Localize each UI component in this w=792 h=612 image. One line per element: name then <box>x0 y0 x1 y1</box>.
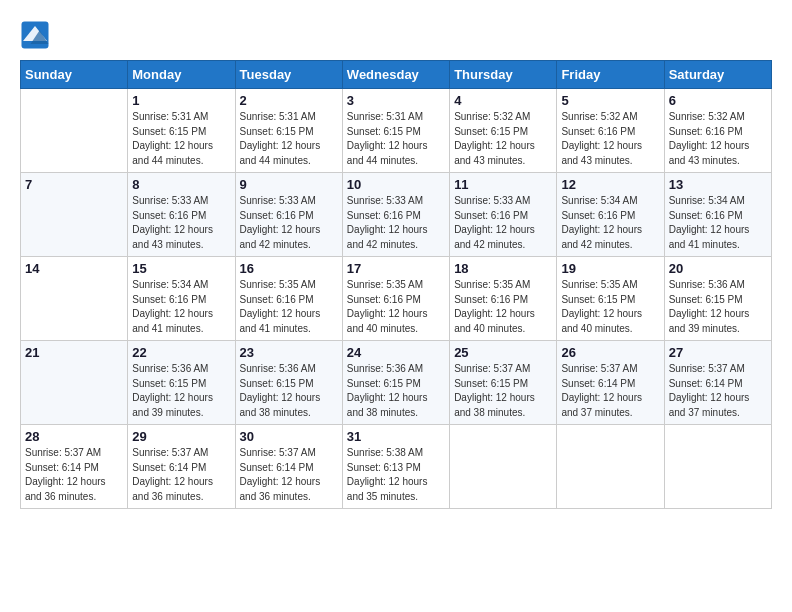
header-saturday: Saturday <box>664 61 771 89</box>
day-info: Sunrise: 5:37 AM Sunset: 6:14 PM Dayligh… <box>240 446 338 504</box>
day-cell: 7 <box>21 173 128 257</box>
day-cell: 26Sunrise: 5:37 AM Sunset: 6:14 PM Dayli… <box>557 341 664 425</box>
day-number: 7 <box>25 177 123 192</box>
day-info: Sunrise: 5:37 AM Sunset: 6:14 PM Dayligh… <box>25 446 123 504</box>
week-row-5: 28Sunrise: 5:37 AM Sunset: 6:14 PM Dayli… <box>21 425 772 509</box>
logo-icon <box>20 20 50 50</box>
day-cell: 4Sunrise: 5:32 AM Sunset: 6:15 PM Daylig… <box>450 89 557 173</box>
day-number: 31 <box>347 429 445 444</box>
header-wednesday: Wednesday <box>342 61 449 89</box>
day-info: Sunrise: 5:36 AM Sunset: 6:15 PM Dayligh… <box>240 362 338 420</box>
day-info: Sunrise: 5:33 AM Sunset: 6:16 PM Dayligh… <box>347 194 445 252</box>
day-info: Sunrise: 5:37 AM Sunset: 6:14 PM Dayligh… <box>561 362 659 420</box>
day-info: Sunrise: 5:36 AM Sunset: 6:15 PM Dayligh… <box>132 362 230 420</box>
day-info: Sunrise: 5:35 AM Sunset: 6:16 PM Dayligh… <box>454 278 552 336</box>
day-cell: 17Sunrise: 5:35 AM Sunset: 6:16 PM Dayli… <box>342 257 449 341</box>
day-info: Sunrise: 5:31 AM Sunset: 6:15 PM Dayligh… <box>240 110 338 168</box>
day-number: 28 <box>25 429 123 444</box>
week-row-3: 1415Sunrise: 5:34 AM Sunset: 6:16 PM Day… <box>21 257 772 341</box>
day-info: Sunrise: 5:32 AM Sunset: 6:16 PM Dayligh… <box>561 110 659 168</box>
day-cell: 2Sunrise: 5:31 AM Sunset: 6:15 PM Daylig… <box>235 89 342 173</box>
day-cell: 27Sunrise: 5:37 AM Sunset: 6:14 PM Dayli… <box>664 341 771 425</box>
day-number: 16 <box>240 261 338 276</box>
day-number: 1 <box>132 93 230 108</box>
day-info: Sunrise: 5:37 AM Sunset: 6:14 PM Dayligh… <box>669 362 767 420</box>
day-info: Sunrise: 5:31 AM Sunset: 6:15 PM Dayligh… <box>347 110 445 168</box>
day-info: Sunrise: 5:32 AM Sunset: 6:16 PM Dayligh… <box>669 110 767 168</box>
day-info: Sunrise: 5:33 AM Sunset: 6:16 PM Dayligh… <box>132 194 230 252</box>
day-info: Sunrise: 5:37 AM Sunset: 6:14 PM Dayligh… <box>132 446 230 504</box>
day-cell: 6Sunrise: 5:32 AM Sunset: 6:16 PM Daylig… <box>664 89 771 173</box>
week-row-4: 2122Sunrise: 5:36 AM Sunset: 6:15 PM Day… <box>21 341 772 425</box>
day-info: Sunrise: 5:34 AM Sunset: 6:16 PM Dayligh… <box>669 194 767 252</box>
day-number: 29 <box>132 429 230 444</box>
day-number: 19 <box>561 261 659 276</box>
day-cell: 28Sunrise: 5:37 AM Sunset: 6:14 PM Dayli… <box>21 425 128 509</box>
calendar-header-row: SundayMondayTuesdayWednesdayThursdayFrid… <box>21 61 772 89</box>
day-number: 25 <box>454 345 552 360</box>
day-cell: 5Sunrise: 5:32 AM Sunset: 6:16 PM Daylig… <box>557 89 664 173</box>
day-cell: 31Sunrise: 5:38 AM Sunset: 6:13 PM Dayli… <box>342 425 449 509</box>
day-number: 12 <box>561 177 659 192</box>
day-cell: 25Sunrise: 5:37 AM Sunset: 6:15 PM Dayli… <box>450 341 557 425</box>
day-cell: 24Sunrise: 5:36 AM Sunset: 6:15 PM Dayli… <box>342 341 449 425</box>
day-number: 18 <box>454 261 552 276</box>
day-cell: 21 <box>21 341 128 425</box>
day-info: Sunrise: 5:33 AM Sunset: 6:16 PM Dayligh… <box>454 194 552 252</box>
day-number: 20 <box>669 261 767 276</box>
day-number: 17 <box>347 261 445 276</box>
day-number: 21 <box>25 345 123 360</box>
header-friday: Friday <box>557 61 664 89</box>
day-info: Sunrise: 5:31 AM Sunset: 6:15 PM Dayligh… <box>132 110 230 168</box>
day-info: Sunrise: 5:35 AM Sunset: 6:16 PM Dayligh… <box>347 278 445 336</box>
day-cell: 10Sunrise: 5:33 AM Sunset: 6:16 PM Dayli… <box>342 173 449 257</box>
day-number: 11 <box>454 177 552 192</box>
day-number: 22 <box>132 345 230 360</box>
header-sunday: Sunday <box>21 61 128 89</box>
day-cell: 11Sunrise: 5:33 AM Sunset: 6:16 PM Dayli… <box>450 173 557 257</box>
day-number: 5 <box>561 93 659 108</box>
page-header <box>20 20 772 50</box>
day-info: Sunrise: 5:34 AM Sunset: 6:16 PM Dayligh… <box>561 194 659 252</box>
day-cell: 1Sunrise: 5:31 AM Sunset: 6:15 PM Daylig… <box>128 89 235 173</box>
day-info: Sunrise: 5:35 AM Sunset: 6:16 PM Dayligh… <box>240 278 338 336</box>
day-number: 4 <box>454 93 552 108</box>
day-info: Sunrise: 5:38 AM Sunset: 6:13 PM Dayligh… <box>347 446 445 504</box>
day-cell: 8Sunrise: 5:33 AM Sunset: 6:16 PM Daylig… <box>128 173 235 257</box>
day-cell: 13Sunrise: 5:34 AM Sunset: 6:16 PM Dayli… <box>664 173 771 257</box>
day-info: Sunrise: 5:33 AM Sunset: 6:16 PM Dayligh… <box>240 194 338 252</box>
day-number: 14 <box>25 261 123 276</box>
day-number: 24 <box>347 345 445 360</box>
day-info: Sunrise: 5:36 AM Sunset: 6:15 PM Dayligh… <box>669 278 767 336</box>
day-info: Sunrise: 5:35 AM Sunset: 6:15 PM Dayligh… <box>561 278 659 336</box>
day-cell: 12Sunrise: 5:34 AM Sunset: 6:16 PM Dayli… <box>557 173 664 257</box>
day-cell: 15Sunrise: 5:34 AM Sunset: 6:16 PM Dayli… <box>128 257 235 341</box>
day-number: 23 <box>240 345 338 360</box>
header-thursday: Thursday <box>450 61 557 89</box>
day-cell: 29Sunrise: 5:37 AM Sunset: 6:14 PM Dayli… <box>128 425 235 509</box>
day-cell: 22Sunrise: 5:36 AM Sunset: 6:15 PM Dayli… <box>128 341 235 425</box>
week-row-2: 78Sunrise: 5:33 AM Sunset: 6:16 PM Dayli… <box>21 173 772 257</box>
day-info: Sunrise: 5:34 AM Sunset: 6:16 PM Dayligh… <box>132 278 230 336</box>
day-cell <box>21 89 128 173</box>
day-info: Sunrise: 5:37 AM Sunset: 6:15 PM Dayligh… <box>454 362 552 420</box>
header-tuesday: Tuesday <box>235 61 342 89</box>
day-cell: 16Sunrise: 5:35 AM Sunset: 6:16 PM Dayli… <box>235 257 342 341</box>
day-cell: 9Sunrise: 5:33 AM Sunset: 6:16 PM Daylig… <box>235 173 342 257</box>
day-cell: 14 <box>21 257 128 341</box>
day-number: 13 <box>669 177 767 192</box>
day-info: Sunrise: 5:32 AM Sunset: 6:15 PM Dayligh… <box>454 110 552 168</box>
day-number: 15 <box>132 261 230 276</box>
day-cell: 18Sunrise: 5:35 AM Sunset: 6:16 PM Dayli… <box>450 257 557 341</box>
header-monday: Monday <box>128 61 235 89</box>
day-cell: 19Sunrise: 5:35 AM Sunset: 6:15 PM Dayli… <box>557 257 664 341</box>
day-number: 26 <box>561 345 659 360</box>
day-cell: 3Sunrise: 5:31 AM Sunset: 6:15 PM Daylig… <box>342 89 449 173</box>
day-cell <box>664 425 771 509</box>
day-number: 2 <box>240 93 338 108</box>
day-number: 3 <box>347 93 445 108</box>
day-cell <box>450 425 557 509</box>
day-number: 30 <box>240 429 338 444</box>
day-number: 10 <box>347 177 445 192</box>
calendar-table: SundayMondayTuesdayWednesdayThursdayFrid… <box>20 60 772 509</box>
